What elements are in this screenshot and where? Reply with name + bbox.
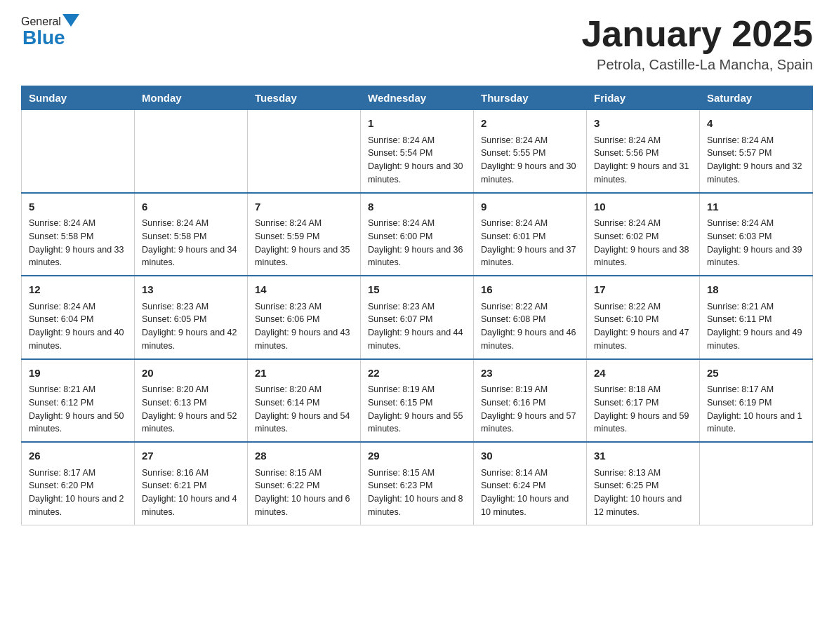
calendar-cell: 30Sunrise: 8:14 AMSunset: 6:24 PMDayligh… [474,442,587,525]
day-info: Sunrise: 8:24 AMSunset: 6:03 PMDaylight:… [707,217,805,269]
day-info: Sunrise: 8:24 AMSunset: 6:04 PMDaylight:… [29,300,127,353]
day-number: 11 [707,199,805,215]
calendar-cell: 20Sunrise: 8:20 AMSunset: 6:13 PMDayligh… [135,359,248,443]
column-header-thursday: Thursday [474,86,587,110]
day-info: Sunrise: 8:24 AMSunset: 6:01 PMDaylight:… [481,217,579,269]
calendar-cell: 1Sunrise: 8:24 AMSunset: 5:54 PMDaylight… [361,110,474,193]
logo-triangle-icon [62,14,79,27]
calendar-week-row: 5Sunrise: 8:24 AMSunset: 5:58 PMDaylight… [22,193,813,276]
calendar-cell: 24Sunrise: 8:18 AMSunset: 6:17 PMDayligh… [587,359,700,443]
calendar-cell: 17Sunrise: 8:22 AMSunset: 6:10 PMDayligh… [587,276,700,359]
day-info: Sunrise: 8:24 AMSunset: 5:54 PMDaylight:… [368,134,466,187]
calendar-cell: 29Sunrise: 8:15 AMSunset: 6:23 PMDayligh… [361,442,474,525]
day-number: 31 [594,448,692,464]
calendar-table: SundayMondayTuesdayWednesdayThursdayFrid… [21,86,813,525]
day-info: Sunrise: 8:15 AMSunset: 6:23 PMDaylight:… [368,467,466,519]
day-number: 14 [255,282,353,298]
calendar-cell: 31Sunrise: 8:13 AMSunset: 6:25 PMDayligh… [587,442,700,525]
day-info: Sunrise: 8:24 AMSunset: 5:58 PMDaylight:… [142,217,240,269]
day-number: 15 [368,282,466,298]
calendar-cell: 6Sunrise: 8:24 AMSunset: 5:58 PMDaylight… [135,193,248,276]
day-info: Sunrise: 8:24 AMSunset: 5:59 PMDaylight:… [255,217,353,269]
day-number: 26 [29,448,127,464]
day-info: Sunrise: 8:21 AMSunset: 6:11 PMDaylight:… [707,300,805,353]
calendar-cell: 14Sunrise: 8:23 AMSunset: 6:06 PMDayligh… [248,276,361,359]
day-number: 5 [29,199,127,215]
column-header-sunday: Sunday [22,86,135,110]
calendar-cell: 26Sunrise: 8:17 AMSunset: 6:20 PMDayligh… [22,442,135,525]
day-number: 6 [142,199,240,215]
day-number: 28 [255,448,353,464]
day-number: 8 [368,199,466,215]
day-number: 9 [481,199,579,215]
day-info: Sunrise: 8:16 AMSunset: 6:21 PMDaylight:… [142,467,240,519]
day-number: 16 [481,282,579,298]
page-header: General Blue January 2025 Petrola, Casti… [21,14,813,73]
day-number: 27 [142,448,240,464]
calendar-cell: 8Sunrise: 8:24 AMSunset: 6:00 PMDaylight… [361,193,474,276]
calendar-cell: 4Sunrise: 8:24 AMSunset: 5:57 PMDaylight… [700,110,813,193]
calendar-cell: 23Sunrise: 8:19 AMSunset: 6:16 PMDayligh… [474,359,587,443]
day-number: 13 [142,282,240,298]
calendar-cell: 28Sunrise: 8:15 AMSunset: 6:22 PMDayligh… [248,442,361,525]
calendar-cell: 15Sunrise: 8:23 AMSunset: 6:07 PMDayligh… [361,276,474,359]
day-number: 7 [255,199,353,215]
calendar-cell [248,110,361,193]
day-number: 17 [594,282,692,298]
calendar-cell: 2Sunrise: 8:24 AMSunset: 5:55 PMDaylight… [474,110,587,193]
logo: General Blue [21,14,79,48]
day-info: Sunrise: 8:24 AMSunset: 6:00 PMDaylight:… [368,217,466,269]
calendar-cell: 18Sunrise: 8:21 AMSunset: 6:11 PMDayligh… [700,276,813,359]
calendar-cell: 5Sunrise: 8:24 AMSunset: 5:58 PMDaylight… [22,193,135,276]
day-info: Sunrise: 8:24 AMSunset: 5:55 PMDaylight:… [481,134,579,187]
calendar-cell: 11Sunrise: 8:24 AMSunset: 6:03 PMDayligh… [700,193,813,276]
calendar-week-row: 19Sunrise: 8:21 AMSunset: 6:12 PMDayligh… [22,359,813,443]
calendar-cell: 10Sunrise: 8:24 AMSunset: 6:02 PMDayligh… [587,193,700,276]
day-info: Sunrise: 8:24 AMSunset: 5:58 PMDaylight:… [29,217,127,269]
day-info: Sunrise: 8:22 AMSunset: 6:08 PMDaylight:… [481,300,579,353]
calendar-cell: 9Sunrise: 8:24 AMSunset: 6:01 PMDaylight… [474,193,587,276]
calendar-cell: 16Sunrise: 8:22 AMSunset: 6:08 PMDayligh… [474,276,587,359]
day-info: Sunrise: 8:23 AMSunset: 6:05 PMDaylight:… [142,300,240,353]
calendar-cell: 19Sunrise: 8:21 AMSunset: 6:12 PMDayligh… [22,359,135,443]
day-number: 25 [707,365,805,382]
day-info: Sunrise: 8:24 AMSunset: 6:02 PMDaylight:… [594,217,692,269]
day-number: 3 [594,116,692,132]
day-info: Sunrise: 8:24 AMSunset: 5:57 PMDaylight:… [707,134,805,187]
day-number: 18 [707,282,805,298]
day-number: 21 [255,365,353,382]
calendar-cell [700,442,813,525]
calendar-title: January 2025 [581,14,813,54]
day-number: 10 [594,199,692,215]
calendar-cell: 27Sunrise: 8:16 AMSunset: 6:21 PMDayligh… [135,442,248,525]
day-info: Sunrise: 8:13 AMSunset: 6:25 PMDaylight:… [594,467,692,519]
calendar-cell: 25Sunrise: 8:17 AMSunset: 6:19 PMDayligh… [700,359,813,443]
day-number: 19 [29,365,127,382]
day-number: 30 [481,448,579,464]
day-number: 2 [481,116,579,132]
day-info: Sunrise: 8:20 AMSunset: 6:13 PMDaylight:… [142,383,240,436]
calendar-cell: 21Sunrise: 8:20 AMSunset: 6:14 PMDayligh… [248,359,361,443]
day-info: Sunrise: 8:17 AMSunset: 6:20 PMDaylight:… [29,467,127,519]
day-number: 22 [368,365,466,382]
day-info: Sunrise: 8:22 AMSunset: 6:10 PMDaylight:… [594,300,692,353]
day-number: 20 [142,365,240,382]
logo-blue-text: Blue [21,28,65,48]
day-number: 29 [368,448,466,464]
column-header-tuesday: Tuesday [248,86,361,110]
day-info: Sunrise: 8:14 AMSunset: 6:24 PMDaylight:… [481,467,579,519]
title-area: January 2025 Petrola, Castille-La Mancha… [581,14,813,73]
column-header-saturday: Saturday [700,86,813,110]
day-info: Sunrise: 8:23 AMSunset: 6:06 PMDaylight:… [255,300,353,353]
calendar-cell: 7Sunrise: 8:24 AMSunset: 5:59 PMDaylight… [248,193,361,276]
location-subtitle: Petrola, Castille-La Mancha, Spain [581,57,813,73]
calendar-week-row: 12Sunrise: 8:24 AMSunset: 6:04 PMDayligh… [22,276,813,359]
calendar-cell: 22Sunrise: 8:19 AMSunset: 6:15 PMDayligh… [361,359,474,443]
day-info: Sunrise: 8:20 AMSunset: 6:14 PMDaylight:… [255,383,353,436]
day-number: 23 [481,365,579,382]
day-info: Sunrise: 8:19 AMSunset: 6:15 PMDaylight:… [368,383,466,436]
calendar-cell: 12Sunrise: 8:24 AMSunset: 6:04 PMDayligh… [22,276,135,359]
day-number: 4 [707,116,805,132]
day-number: 1 [368,116,466,132]
calendar-week-row: 26Sunrise: 8:17 AMSunset: 6:20 PMDayligh… [22,442,813,525]
